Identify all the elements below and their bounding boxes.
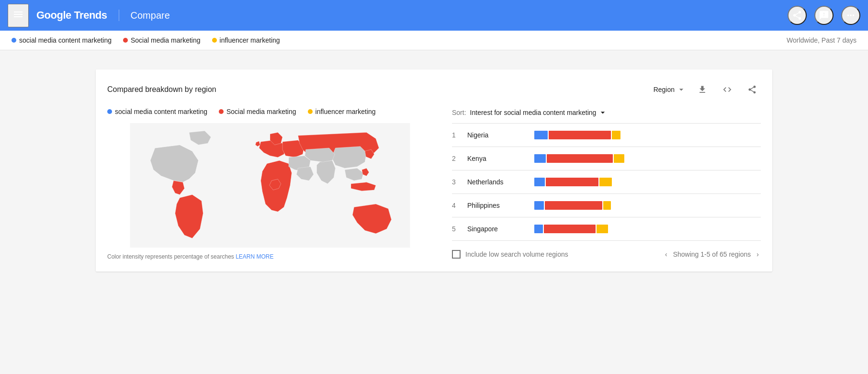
sort-chevron-icon xyxy=(598,108,608,117)
sort-value: Interest for social media content market… xyxy=(470,109,597,116)
apps-button[interactable] xyxy=(841,6,860,25)
bar-segment xyxy=(534,225,543,233)
map-legend-dot-2 xyxy=(219,109,224,114)
legend-dot-2 xyxy=(123,38,128,43)
rank-bar-group xyxy=(534,224,761,234)
sort-dropdown[interactable]: Interest for social media content market… xyxy=(470,108,608,117)
low-volume-checkbox[interactable] xyxy=(452,250,461,259)
rank-bar-group xyxy=(534,177,761,187)
prev-page-button[interactable]: ‹ xyxy=(663,249,669,260)
legend-item-2: Social media marketing xyxy=(123,36,201,44)
bar-segment xyxy=(547,154,613,163)
map-legend-item-3: influencer marketing xyxy=(308,108,376,115)
table-row: 4Philippines xyxy=(452,194,761,217)
map-legend-item-1: social media content marketing xyxy=(107,108,207,115)
rank-number: 5 xyxy=(452,225,467,233)
rank-bar-group xyxy=(534,154,761,163)
pagination-text: Showing 1-5 of 65 regions xyxy=(673,250,751,258)
header-actions xyxy=(788,6,860,25)
rankings-list: 1Nigeria2Kenya3Netherlands4Philippines5S… xyxy=(452,124,761,241)
table-row: 5Singapore xyxy=(452,217,761,241)
map-legend-dot-3 xyxy=(308,109,313,114)
checkbox-row: Include low search volume regions ‹ Show… xyxy=(452,241,761,260)
bar-segment xyxy=(597,225,608,233)
feedback-button[interactable] xyxy=(814,6,834,25)
card-body: social media content marketing Social me… xyxy=(107,108,761,260)
bar-segment xyxy=(549,131,611,139)
region-dropdown[interactable]: Region xyxy=(654,85,686,94)
bar-segment xyxy=(603,201,611,210)
legend-label-2: Social media marketing xyxy=(131,36,201,44)
legend-item-1: social media content marketing xyxy=(11,36,112,44)
menu-button[interactable] xyxy=(8,4,29,27)
bar-segment xyxy=(599,178,612,186)
page-title: Compare xyxy=(131,10,170,21)
rank-country-name: Philippines xyxy=(467,202,534,209)
rank-number: 3 xyxy=(452,178,467,186)
share-button[interactable] xyxy=(788,6,807,25)
sort-label: Sort: xyxy=(452,109,466,116)
rank-number: 2 xyxy=(452,155,467,162)
world-map xyxy=(107,123,433,248)
card-controls: Region xyxy=(654,81,761,98)
legend-bar: social media content marketing Social me… xyxy=(0,31,868,50)
bar-segment xyxy=(546,178,598,186)
bar-segment xyxy=(534,131,548,139)
bar-segment xyxy=(534,178,545,186)
region-label: Region xyxy=(654,86,675,93)
table-row: 2Kenya xyxy=(452,147,761,170)
rank-bar-group xyxy=(534,130,761,140)
main-content: Compared breakdown by region Region xyxy=(0,50,868,283)
bar-segment xyxy=(534,154,546,163)
share-card-button[interactable] xyxy=(744,81,761,98)
table-row: 1Nigeria xyxy=(452,124,761,147)
download-button[interactable] xyxy=(694,81,711,98)
table-row: 3Netherlands xyxy=(452,170,761,194)
bar-segment xyxy=(534,201,544,210)
pagination: ‹ Showing 1-5 of 65 regions › xyxy=(663,249,761,260)
map-legend-label-1: social media content marketing xyxy=(115,108,207,115)
bar-segment xyxy=(612,131,620,139)
legend-dot-1 xyxy=(11,38,16,43)
rank-country-name: Netherlands xyxy=(467,178,534,186)
chevron-down-icon xyxy=(676,85,686,94)
map-legend-label-3: influencer marketing xyxy=(316,108,376,115)
map-caption: Color intensity represents percentage of… xyxy=(107,253,433,260)
map-legend-item-2: Social media marketing xyxy=(219,108,296,115)
bar-segment xyxy=(545,201,602,210)
rank-bar-group xyxy=(534,201,761,210)
sort-bar: Sort: Interest for social media content … xyxy=(452,108,761,124)
rank-country-name: Singapore xyxy=(467,225,534,233)
checkbox-label: Include low search volume regions xyxy=(465,250,568,258)
rank-number: 4 xyxy=(452,202,467,209)
map-section: social media content marketing Social me… xyxy=(107,108,433,260)
bar-segment xyxy=(614,154,624,163)
rank-number: 1 xyxy=(452,131,467,139)
legend-label-3: influencer marketing xyxy=(220,36,280,44)
learn-more-link[interactable]: LEARN MORE xyxy=(236,253,273,260)
map-legend-dot-1 xyxy=(107,109,112,114)
map-legend-label-2: Social media marketing xyxy=(226,108,296,115)
bar-segment xyxy=(544,225,596,233)
header-divider xyxy=(119,10,119,21)
rank-country-name: Kenya xyxy=(467,155,534,162)
legend-scope: Worldwide, Past 7 days xyxy=(787,36,857,44)
app-header: Google Trends Compare xyxy=(0,0,868,31)
legend-label-1: social media content marketing xyxy=(19,36,112,44)
region-breakdown-card: Compared breakdown by region Region xyxy=(96,69,772,272)
card-title: Compared breakdown by region xyxy=(107,85,216,94)
card-header: Compared breakdown by region Region xyxy=(107,81,761,98)
legend-item-3: influencer marketing xyxy=(212,36,280,44)
embed-button[interactable] xyxy=(719,81,736,98)
next-page-button[interactable]: › xyxy=(755,249,761,260)
legend-dot-3 xyxy=(212,38,217,43)
rankings-section: Sort: Interest for social media content … xyxy=(452,108,761,260)
rank-country-name: Nigeria xyxy=(467,131,534,139)
app-logo: Google Trends xyxy=(36,9,107,22)
map-legend: social media content marketing Social me… xyxy=(107,108,433,115)
